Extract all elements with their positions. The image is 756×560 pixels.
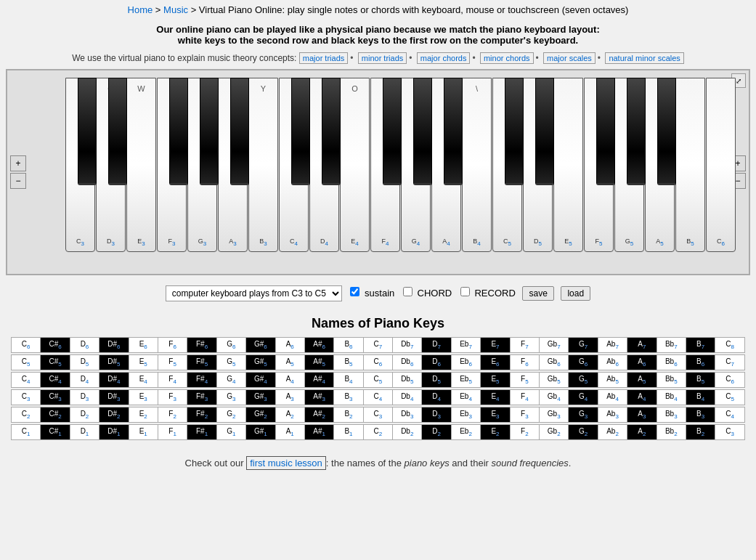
piano-white-key[interactable]: E5: [553, 78, 583, 252]
note-cell[interactable]: A#1: [304, 425, 333, 440]
note-cell[interactable]: G1: [216, 425, 245, 440]
note-cell[interactable]: C#3: [41, 390, 70, 405]
note-cell[interactable]: Ab2: [598, 425, 627, 440]
note-cell[interactable]: E6: [481, 355, 510, 370]
note-cell[interactable]: C#5: [41, 355, 70, 370]
piano-black-key[interactable]: [383, 78, 402, 185]
note-cell[interactable]: G#2: [246, 407, 275, 423]
note-cell[interactable]: Bb7: [657, 338, 686, 353]
note-cell[interactable]: G2: [569, 425, 598, 440]
note-cell[interactable]: C4: [12, 373, 41, 388]
note-cell[interactable]: Eb5: [451, 373, 480, 388]
sustain-label[interactable]: sustain: [350, 288, 397, 299]
note-cell[interactable]: C7: [363, 338, 392, 353]
note-cell[interactable]: C1: [12, 425, 41, 440]
note-cell[interactable]: G7: [569, 338, 598, 353]
sustain-checkbox[interactable]: [350, 287, 359, 296]
note-cell[interactable]: A5: [275, 355, 304, 370]
note-cell[interactable]: Ab5: [598, 373, 627, 388]
note-cell[interactable]: E4: [129, 373, 158, 388]
note-cell[interactable]: Eb3: [451, 407, 480, 423]
note-cell[interactable]: C3: [363, 407, 392, 423]
note-cell[interactable]: B2: [334, 407, 363, 423]
note-cell[interactable]: Bb2: [657, 425, 686, 440]
note-cell[interactable]: G6: [569, 355, 598, 370]
note-cell[interactable]: D#3: [99, 390, 129, 405]
note-cell[interactable]: Bb5: [657, 373, 686, 388]
note-cell[interactable]: F6: [510, 355, 539, 370]
note-cell[interactable]: E7: [481, 338, 510, 353]
note-cell[interactable]: G#1: [246, 425, 275, 440]
note-cell[interactable]: F7: [510, 338, 539, 353]
note-cell[interactable]: G#4: [246, 373, 275, 388]
piano-black-key[interactable]: [169, 78, 188, 185]
note-cell[interactable]: B5: [686, 373, 715, 388]
chord-label[interactable]: CHORD: [403, 288, 455, 299]
note-cell[interactable]: A3: [275, 390, 304, 405]
note-cell[interactable]: E5: [129, 355, 158, 370]
note-cell[interactable]: A2: [275, 407, 304, 423]
note-cell[interactable]: F2: [510, 425, 539, 440]
note-cell[interactable]: G4: [569, 390, 598, 405]
note-cell[interactable]: C4: [715, 407, 745, 423]
first-music-lesson-link[interactable]: first music lesson: [246, 456, 326, 470]
note-cell[interactable]: A6: [275, 338, 304, 353]
note-cell[interactable]: G5: [216, 355, 245, 370]
note-cell[interactable]: Bb4: [657, 390, 686, 405]
piano-white-key[interactable]: B5: [675, 78, 705, 252]
note-cell[interactable]: A#5: [304, 355, 333, 370]
load-button[interactable]: load: [561, 286, 590, 301]
note-cell[interactable]: D6: [70, 338, 99, 353]
note-cell[interactable]: G4: [216, 373, 245, 388]
note-cell[interactable]: C6: [715, 373, 745, 388]
note-cell[interactable]: D6: [422, 355, 451, 370]
note-cell[interactable]: E5: [481, 373, 510, 388]
note-cell[interactable]: B2: [686, 425, 715, 440]
note-cell[interactable]: F#2: [187, 407, 216, 423]
note-cell[interactable]: E2: [129, 407, 158, 423]
note-cell[interactable]: B4: [334, 373, 363, 388]
note-cell[interactable]: Eb7: [451, 338, 480, 353]
note-cell[interactable]: A4: [627, 390, 657, 405]
note-cell[interactable]: Gb7: [540, 338, 569, 353]
note-cell[interactable]: A3: [627, 407, 657, 423]
piano-black-key[interactable]: [108, 78, 127, 185]
note-cell[interactable]: B6: [334, 338, 363, 353]
note-cell[interactable]: Db5: [393, 373, 422, 388]
piano-black-key[interactable]: [413, 78, 432, 185]
note-cell[interactable]: F#6: [187, 338, 216, 353]
major-scales-link[interactable]: major scales: [543, 52, 596, 64]
note-cell[interactable]: F4: [158, 373, 187, 388]
note-cell[interactable]: D1: [70, 425, 99, 440]
note-cell[interactable]: Eb2: [451, 425, 480, 440]
note-cell[interactable]: B3: [686, 407, 715, 423]
chord-checkbox[interactable]: [403, 287, 412, 296]
note-cell[interactable]: A#4: [304, 373, 333, 388]
note-cell[interactable]: F#5: [187, 355, 216, 370]
note-cell[interactable]: F5: [158, 355, 187, 370]
note-cell[interactable]: Db6: [393, 355, 422, 370]
piano-black-key[interactable]: [230, 78, 249, 185]
record-checkbox[interactable]: [460, 287, 470, 296]
piano-white-key[interactable]: YB3: [248, 78, 278, 252]
minor-chords-link[interactable]: minor chords: [480, 52, 534, 64]
note-cell[interactable]: G3: [216, 390, 245, 405]
note-cell[interactable]: E4: [481, 390, 510, 405]
piano-white-key[interactable]: WE3: [126, 78, 156, 252]
note-cell[interactable]: B1: [334, 425, 363, 440]
note-cell[interactable]: C3: [715, 425, 745, 440]
note-cell[interactable]: G5: [569, 373, 598, 388]
note-cell[interactable]: Gb2: [540, 425, 569, 440]
note-cell[interactable]: G6: [216, 338, 245, 353]
note-cell[interactable]: E1: [129, 425, 158, 440]
note-cell[interactable]: C2: [12, 407, 41, 423]
left-vol-plus-button[interactable]: +: [10, 155, 26, 171]
note-cell[interactable]: D#5: [99, 355, 129, 370]
note-cell[interactable]: Ab3: [598, 407, 627, 423]
note-cell[interactable]: Ab6: [598, 355, 627, 370]
record-label[interactable]: RECORD: [460, 288, 519, 299]
note-cell[interactable]: F#4: [187, 373, 216, 388]
note-cell[interactable]: C5: [363, 373, 392, 388]
note-cell[interactable]: E6: [129, 338, 158, 353]
note-cell[interactable]: D3: [70, 390, 99, 405]
